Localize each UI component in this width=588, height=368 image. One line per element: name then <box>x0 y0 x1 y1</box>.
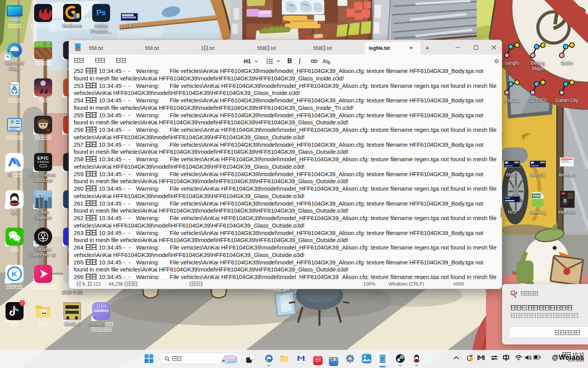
svg-text:K: K <box>12 270 17 278</box>
svg-text:TGA: TGA <box>533 194 540 198</box>
svg-text:25: 25 <box>46 129 51 133</box>
